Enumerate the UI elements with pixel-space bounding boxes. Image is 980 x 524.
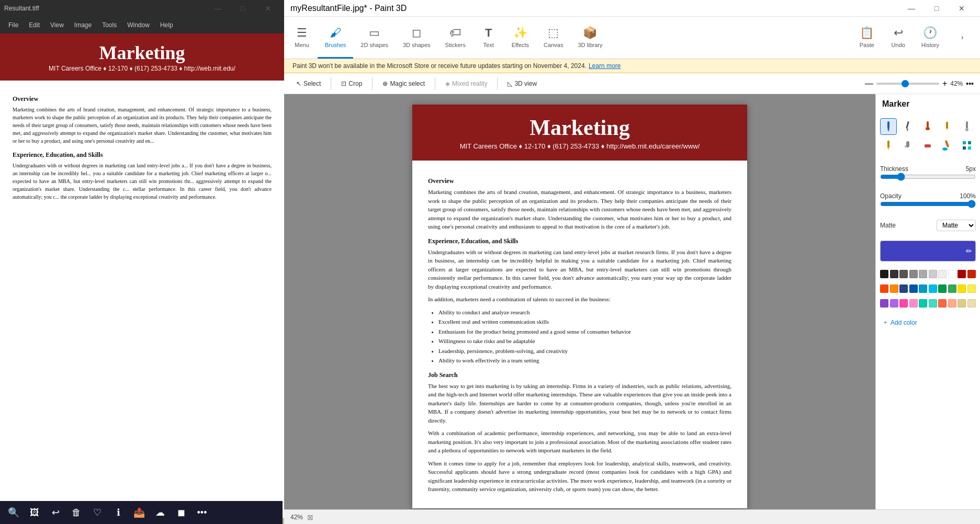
paint3d-close-btn[interactable]: ✕ [950, 1, 974, 16]
mixed-reality-btn[interactable]: ◈ Mixed reality [440, 77, 493, 90]
color-purple[interactable] [880, 299, 888, 307]
brush-pixel[interactable] [959, 137, 975, 154]
left-maximize-btn[interactable]: □ [231, 1, 255, 16]
thickness-section: Thickness 5px [880, 163, 976, 183]
crop-btn[interactable]: ⊡ Crop [335, 77, 368, 90]
color-mid-gray[interactable] [909, 270, 918, 278]
color-near-white[interactable] [938, 270, 947, 278]
taskbar-app1-btn[interactable]: 🖼 [25, 503, 44, 522]
menu-item-tools[interactable]: Tools [98, 19, 121, 31]
menu-item-window[interactable]: Window [123, 19, 154, 31]
color-white[interactable] [948, 270, 956, 278]
zoom-out-btn[interactable]: — [865, 79, 873, 88]
color-pink[interactable] [899, 299, 908, 307]
mixed-reality-label: Mixed reality [452, 80, 487, 87]
opacity-slider[interactable] [880, 200, 976, 208]
tab-undo[interactable]: ↩ Undo [883, 17, 914, 59]
canvas-area[interactable]: Marketing MIT Careers Office ♦ 12-170 ♦ … [284, 94, 875, 509]
color-green[interactable] [938, 284, 947, 293]
taskbar-app7-btn[interactable]: ☁ [151, 503, 170, 522]
color-dark-gray[interactable] [890, 270, 898, 278]
paint3d-titlebar: myResultantFile.jpg* - Paint 3D — □ ✕ [284, 0, 980, 17]
color-orange-red[interactable] [880, 284, 888, 293]
color-light-purple[interactable] [890, 299, 898, 307]
tab-history[interactable]: 🕐 History [914, 17, 947, 59]
zoom-slider[interactable] [876, 83, 939, 85]
select-btn[interactable]: ↖ Select [290, 77, 326, 90]
color-light-teal[interactable] [929, 299, 937, 307]
color-sky-blue[interactable] [919, 284, 927, 293]
tab-paste[interactable]: 📋 Paste [851, 17, 883, 59]
paint3d-minimize-btn[interactable]: — [899, 1, 923, 16]
brush-marker[interactable] [880, 118, 897, 135]
main-color-swatch[interactable]: ✏ [880, 241, 976, 261]
brush-pencil[interactable] [939, 118, 955, 135]
color-light-green[interactable] [948, 284, 956, 293]
color-coral[interactable] [938, 299, 947, 307]
brush-fill[interactable] [939, 137, 955, 154]
tab-canvas[interactable]: ⬚ Canvas [536, 17, 570, 59]
menu-item-file[interactable]: File [4, 19, 22, 31]
tab-3dshapes[interactable]: ◻ 3D shapes [396, 17, 438, 59]
add-color-btn[interactable]: ＋ Add color [880, 317, 976, 328]
history-icon: 🕐 [923, 26, 937, 40]
color-black[interactable] [880, 270, 888, 278]
brush-spray[interactable] [899, 137, 916, 154]
menu-item-edit[interactable]: Edit [25, 19, 44, 31]
taskbar-app6-btn[interactable]: 📤 [130, 503, 149, 522]
menu-item-view[interactable]: View [46, 19, 68, 31]
tab-menu[interactable]: ☰ Menu [286, 17, 318, 59]
menu-item-help[interactable]: Help [156, 19, 177, 31]
tab-2dshapes[interactable]: ▭ 2D shapes [353, 17, 396, 59]
menu-item-image[interactable]: Image [70, 19, 96, 31]
color-cyan[interactable] [929, 284, 937, 293]
tab-3dlibrary[interactable]: 📦 3D library [570, 17, 610, 59]
brush-calligraphy[interactable] [899, 118, 916, 135]
color-navy[interactable] [899, 284, 908, 293]
taskbar-app2-btn[interactable]: ↩ [46, 503, 65, 522]
taskbar-more-btn[interactable]: ••• [193, 503, 211, 522]
taskbar-app4-btn[interactable]: ♡ [88, 503, 107, 522]
left-minimize-btn[interactable]: — [206, 1, 230, 16]
color-tan[interactable] [958, 299, 966, 307]
matte-select[interactable]: Matte Glossy Metallic [937, 220, 976, 231]
brush-crayon[interactable] [880, 137, 897, 154]
color-cream[interactable] [967, 299, 976, 307]
taskbar-search-btn[interactable]: 🔍 [4, 503, 23, 522]
fit-view-btn[interactable]: ⊠ [307, 513, 313, 521]
color-blue[interactable] [909, 284, 918, 293]
taskbar-app3-btn[interactable]: 🗑 [67, 503, 86, 522]
color-light-yellow[interactable] [967, 284, 976, 293]
magic-select-btn[interactable]: ⊕ Magic select [377, 77, 431, 90]
brush-erase[interactable] [919, 137, 936, 154]
tab-more[interactable]: › [947, 17, 978, 59]
tab-stickers[interactable]: 🏷 Stickers [438, 17, 473, 59]
brush-watercolor[interactable] [959, 118, 975, 135]
brush-oil[interactable] [919, 118, 936, 135]
tab-brushes[interactable]: 🖌 Brushes [318, 17, 353, 59]
color-yellow[interactable] [958, 284, 966, 293]
taskbar-app5-btn[interactable]: ℹ [109, 503, 128, 522]
thickness-slider[interactable] [880, 173, 976, 181]
3dview-btn[interactable]: ◺ 3D view [502, 77, 543, 90]
color-orange[interactable] [890, 284, 898, 293]
paint3d-maximize-btn[interactable]: □ [925, 1, 949, 16]
color-peach[interactable] [948, 299, 956, 307]
color-gray[interactable] [899, 270, 908, 278]
color-silver[interactable] [929, 270, 937, 278]
color-edit-icon[interactable]: ✏ [966, 247, 972, 255]
taskbar-app8-btn[interactable]: ◼ [172, 503, 190, 522]
color-dark-red[interactable] [958, 270, 966, 278]
tab-text[interactable]: T Text [473, 17, 504, 59]
section-networking-text: With a combination of academic performan… [428, 429, 731, 455]
color-light-pink[interactable] [909, 299, 918, 307]
canvas-icon: ⬚ [548, 26, 559, 40]
zoom-in-btn[interactable]: + [942, 79, 947, 88]
left-close-btn[interactable]: ✕ [256, 1, 280, 16]
notification-link[interactable]: Learn more [589, 62, 621, 70]
color-red-orange[interactable] [967, 270, 976, 278]
color-teal[interactable] [919, 299, 927, 307]
tab-effects[interactable]: ✨ Effects [504, 17, 536, 59]
zoom-more-btn[interactable]: ••• [966, 79, 974, 88]
color-light-gray[interactable] [919, 270, 927, 278]
